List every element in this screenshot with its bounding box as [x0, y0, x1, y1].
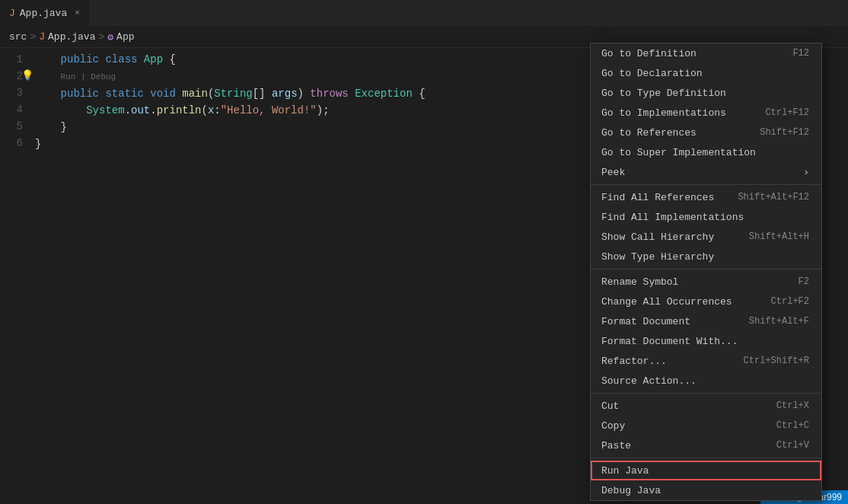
menu-item[interactable]: Change All OccurrencesCtrl+F2	[591, 292, 821, 311]
line-number-6: 6	[0, 135, 23, 152]
menu-item[interactable]: Go to Declaration	[591, 63, 821, 83]
menu-item-label: Run Java	[601, 465, 809, 477]
menu-item[interactable]: Go to DefinitionF12	[591, 43, 821, 63]
menu-item[interactable]: Run Java	[591, 461, 821, 480]
menu-divider	[591, 393, 821, 394]
menu-item[interactable]: Find All ReferencesShift+Alt+F12	[591, 187, 821, 207]
menu-item[interactable]: CutCtrl+X	[591, 396, 821, 416]
menu-item-label: Rename Symbol	[601, 276, 786, 288]
menu-item[interactable]: Go to Super Implementation	[591, 142, 821, 162]
line-number-1: 1	[0, 51, 23, 68]
menu-item[interactable]: Source Action...	[591, 371, 821, 391]
tab-filename: App.java	[20, 8, 67, 19]
menu-divider	[591, 184, 821, 185]
line-number-5: 5	[0, 118, 23, 135]
menu-item-shortcut: Ctrl+C	[776, 420, 809, 431]
context-menu: Go to DefinitionF12Go to DeclarationGo t…	[590, 43, 822, 501]
menu-item[interactable]: Go to ReferencesShift+F12	[591, 123, 821, 142]
menu-item-label: Refactor...	[601, 356, 732, 367]
menu-item-label: Source Action...	[601, 375, 809, 387]
menu-item-label: Find All Implementations	[601, 212, 809, 223]
menu-item-shortcut: Ctrl+F12	[765, 107, 809, 118]
menu-item-label: Debug Java	[601, 485, 809, 496]
line-number-2: 2	[0, 68, 23, 85]
breadcrumb-class-icon: ⚙	[107, 31, 113, 43]
line-numbers: 1 2 3 4 5 6	[0, 51, 32, 504]
menu-item-shortcut: Shift+Alt+F12	[738, 192, 809, 203]
menu-item-shortcut: Ctrl+V	[776, 440, 809, 451]
breadcrumb-src[interactable]: src	[9, 31, 27, 43]
menu-item[interactable]: Go to Type Definition	[591, 83, 821, 103]
line-number-4: 4	[0, 101, 23, 118]
menu-item-label: Cut	[601, 400, 764, 412]
tab-bar: J App.java ×	[0, 0, 848, 27]
menu-item-arrow: ›	[803, 167, 809, 178]
menu-item-label: Format Document With...	[601, 336, 809, 347]
menu-item-label: Go to Super Implementation	[601, 147, 809, 158]
breadcrumb-file[interactable]: App.java	[48, 31, 95, 43]
menu-item-label: Change All Occurrences	[601, 296, 759, 308]
menu-item-label: Go to Definition	[601, 48, 780, 59]
menu-item[interactable]: PasteCtrl+V	[591, 435, 821, 455]
menu-item-label: Go to References	[601, 127, 748, 139]
breadcrumb-sep2: >	[98, 31, 104, 43]
menu-item[interactable]: Peek›	[591, 162, 821, 182]
menu-item-shortcut: F2	[799, 276, 809, 287]
menu-item-label: Copy	[601, 420, 764, 432]
menu-item[interactable]: Show Type Hierarchy	[591, 247, 821, 266]
menu-item[interactable]: Go to ImplementationsCtrl+F12	[591, 103, 821, 123]
menu-item[interactable]: Show Call HierarchyShift+Alt+H	[591, 227, 821, 247]
menu-item-label: Peek	[601, 167, 797, 178]
menu-item-shortcut: Shift+Alt+H	[749, 231, 809, 242]
menu-item-shortcut: Shift+Alt+F	[749, 316, 809, 327]
breadcrumb-class[interactable]: App	[116, 31, 134, 43]
menu-item-label: Paste	[601, 440, 764, 451]
tab-app-java[interactable]: J App.java ×	[0, 0, 90, 26]
menu-divider	[591, 269, 821, 270]
menu-item[interactable]: Refactor...Ctrl+Shift+R	[591, 351, 821, 371]
tab-close-button[interactable]: ×	[75, 8, 80, 18]
menu-item-label: Go to Implementations	[601, 107, 753, 119]
menu-item[interactable]: Find All Implementations	[591, 207, 821, 227]
menu-item-shortcut: Shift+F12	[760, 127, 809, 138]
menu-divider	[591, 458, 821, 458]
menu-item-label: Go to Declaration	[601, 68, 809, 79]
menu-item-shortcut: Ctrl+X	[776, 400, 809, 411]
menu-item[interactable]: Rename SymbolF2	[591, 272, 821, 292]
menu-item-shortcut: Ctrl+F2	[771, 296, 809, 307]
menu-item-shortcut: Ctrl+Shift+R	[744, 356, 809, 366]
menu-item[interactable]: Format Document With...	[591, 331, 821, 351]
line-number-3: 3	[0, 85, 23, 101]
menu-item[interactable]: Format DocumentShift+Alt+F	[591, 311, 821, 331]
java-file-icon: J	[9, 8, 15, 19]
menu-item-label: Format Document	[601, 316, 737, 327]
menu-item[interactable]: Debug Java	[591, 480, 821, 500]
menu-item-label: Go to Type Definition	[601, 88, 809, 99]
menu-item-shortcut: F12	[792, 48, 809, 59]
menu-item-label: Show Call Hierarchy	[601, 231, 737, 243]
breadcrumb-sep1: >	[30, 31, 36, 43]
menu-item-label: Find All References	[601, 192, 725, 203]
menu-item[interactable]: CopyCtrl+C	[591, 416, 821, 435]
breadcrumb-file-icon: J	[39, 31, 45, 43]
menu-item-label: Show Type Hierarchy	[601, 251, 809, 263]
